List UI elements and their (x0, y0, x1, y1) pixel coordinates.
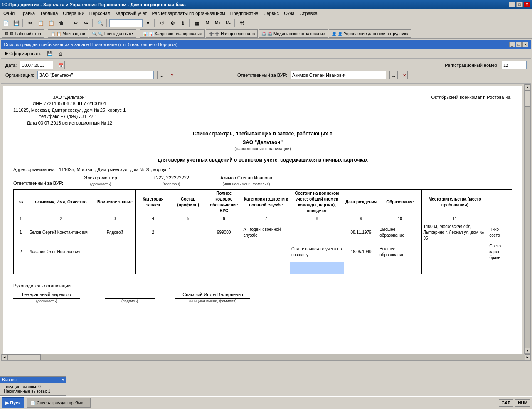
minimize-btn[interactable]: _ (509, 2, 515, 7)
menu-hr[interactable]: Кадровый учет (113, 10, 149, 17)
main-toolbar: 📄 💾 ✂ 📋 📋 🗑 ↩ ↪ 🔍 ▾ ↺ ⚙ ℹ ▦ M M+ M- % (0, 17, 532, 29)
h-scroll-thumb[interactable] (7, 354, 41, 360)
settings-btn[interactable]: ⚙ (167, 19, 177, 28)
undo-btn[interactable]: ↩ (71, 19, 81, 28)
menu-windows[interactable]: Окна (281, 10, 297, 17)
maximize-btn[interactable]: □ (516, 2, 523, 7)
menu-help[interactable]: Справка (297, 10, 320, 17)
resp-browse-btn[interactable]: ... (389, 71, 398, 79)
mplus-btn[interactable]: M+ (213, 19, 223, 28)
colnum-10: 10 (378, 215, 422, 223)
sig-signature (105, 291, 155, 298)
empty-cat (136, 262, 170, 274)
org-input[interactable] (37, 71, 154, 79)
table-row: 2 Лазарев Олег Николаевич Снят с воинско… (14, 242, 512, 262)
doc-maximize-btn[interactable]: □ (516, 42, 522, 47)
paste-btn[interactable]: 📋 (46, 19, 56, 28)
empty-edu (378, 262, 422, 274)
colnum-4: 4 (136, 215, 170, 223)
separator-1 (22, 19, 24, 27)
table-btn[interactable]: ▦ (192, 19, 202, 28)
document-window: Список граждан пребывающих в запасе Прил… (1, 40, 531, 361)
percent-btn[interactable]: % (237, 19, 247, 28)
employee-data-shortcut[interactable]: 👤 👤 Управление данными сотрудника (329, 29, 411, 38)
title-controls[interactable]: _ □ ✕ (509, 2, 530, 7)
resp-clear-btn[interactable]: ✕ (401, 71, 408, 79)
resp-phone-cell: +222, 222222222 (телефон) (146, 175, 196, 187)
menu-enterprise[interactable]: Предприятие (228, 10, 261, 17)
m-btn[interactable]: M (202, 19, 212, 28)
search-input[interactable] (109, 19, 143, 27)
scroll-left-btn[interactable]: ◄ (2, 354, 7, 360)
col-extra (488, 189, 512, 215)
doc-title-controls[interactable]: _ □ ✕ (509, 42, 528, 47)
row2-vus (206, 242, 242, 262)
row2-num: 2 (14, 242, 28, 262)
doc-save-btn[interactable]: 💾 (45, 49, 55, 58)
recruitment-shortcut[interactable]: ➕ ➕ Набор персонала (206, 29, 258, 38)
menu-operations[interactable]: Операции (60, 10, 86, 17)
resp-input[interactable] (291, 71, 386, 79)
scroll-track[interactable] (525, 90, 530, 348)
desktop-shortcut[interactable]: 🖥 🖥 Рабочий стол (2, 29, 44, 38)
scroll-thumb[interactable] (525, 90, 530, 107)
col-num: № (14, 189, 28, 215)
position-sublabel: (должность) (13, 299, 80, 304)
col-rank: Воинское звание (94, 189, 136, 215)
copy-btn[interactable]: 📋 (36, 19, 46, 28)
doc-minimize-btn[interactable]: _ (509, 42, 515, 47)
reg-num-label: Регистрационный номер: (445, 63, 498, 68)
info-btn[interactable]: ℹ (178, 19, 188, 28)
data-table: № Фамилия, Имя, Отчество Воинское звание… (13, 189, 512, 274)
new-btn[interactable]: 📄 (1, 19, 11, 28)
org-clear-btn[interactable]: ✕ (169, 71, 175, 79)
delete-btn[interactable]: 🗑 (57, 19, 66, 28)
menu-personnel[interactable]: Персонал (87, 10, 113, 17)
save-btn[interactable]: 💾 (11, 19, 21, 28)
insurance-shortcut[interactable]: 🏥 🏥 Медицинское страхование (259, 29, 328, 38)
redo-btn[interactable]: ↪ (81, 19, 91, 28)
tasks-shortcut[interactable]: 📋 📋 Мои задачи (48, 29, 88, 38)
row2-composition (170, 242, 206, 262)
scroll-down-btn[interactable]: ▼ (525, 348, 530, 353)
print-header-left: ЗАО "Дельтаон" ИНН 7721165386 / КПП 7721… (13, 94, 126, 126)
mminus-btn[interactable]: M- (223, 19, 233, 28)
org-browse-btn[interactable]: ... (157, 71, 165, 79)
search-go-btn[interactable]: ▾ (143, 19, 153, 28)
row1-education: Высшее образование (378, 223, 422, 242)
menu-edit[interactable]: Правка (17, 10, 37, 17)
scroll-up-btn[interactable]: ▲ (525, 84, 530, 90)
org-label: Организация: (5, 73, 34, 78)
date-calendar-btn[interactable]: 📅 (57, 61, 65, 69)
close-btn[interactable]: ✕ (524, 2, 530, 7)
row1-category: 2 (136, 223, 170, 242)
row1-num: 1 (14, 223, 28, 242)
shortcut-bar: 🖥 🖥 Рабочий стол 📋 📋 Мои задачи 🔍 🔍 Поис… (0, 29, 532, 39)
row1-fitness: А - годен к военной службе (242, 223, 290, 242)
print-area: ЗАО "Дельтаон" ИНН 7721165386 / КПП 7721… (3, 86, 522, 355)
menu-file[interactable]: Файл (1, 10, 17, 17)
separator-5 (154, 19, 156, 27)
row2-rank (94, 242, 136, 262)
reg-num-input[interactable] (502, 61, 527, 69)
doc-close-btn[interactable]: ✕ (522, 42, 528, 47)
horizontal-scrollbar[interactable]: ◄ ► (1, 354, 531, 360)
colnum-9: 9 (344, 215, 378, 223)
sig-name-label: (инициал имени, фамилия) (175, 299, 250, 304)
form-button[interactable]: ▶ Сформировать (3, 49, 44, 58)
h-scroll-track[interactable] (7, 354, 525, 360)
hr-planning-shortcut[interactable]: 📊 📊 Кадровое планирование (140, 29, 205, 38)
menu-table[interactable]: Таблица (37, 10, 60, 17)
menu-service[interactable]: Сервис (261, 10, 281, 17)
separator-3 (92, 19, 94, 27)
cut-btn[interactable]: ✂ (25, 19, 35, 28)
date-input[interactable] (20, 61, 53, 69)
search-shortcut[interactable]: 🔍 🔍 Поиск данных ▾ (89, 29, 136, 38)
vertical-scrollbar[interactable]: ▲ ▼ (524, 84, 531, 354)
search-btn[interactable]: 🔍 (95, 19, 105, 28)
refresh-btn[interactable]: ↺ (157, 19, 167, 28)
menu-payroll[interactable]: Расчет зарплаты по организациям (149, 10, 227, 17)
scroll-right-btn[interactable]: ► (525, 354, 530, 360)
doc-print-btn[interactable]: 🖨 (56, 49, 65, 58)
print-title-2: ЗАО "Дельтаон" (13, 139, 512, 146)
